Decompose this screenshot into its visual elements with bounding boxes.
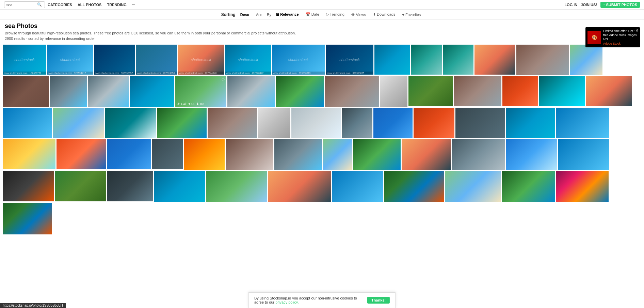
sort-views[interactable]: 👁 Views [349,12,368,17]
photo-item[interactable] [506,108,555,138]
photo-item[interactable] [206,171,267,202]
photo-item[interactable] [556,108,609,138]
search-input[interactable] [6,3,37,7]
photo-item[interactable]: www.shutterstock.com · 487374958 [136,45,177,75]
photo-item[interactable] [130,76,174,107]
photo-item[interactable]: shutterstockwww.shutterstock.com · 37051… [326,45,373,75]
photo-item[interactable] [274,139,322,170]
photo-item[interactable]: ♡👁 1.4k♥ 15⬇ 80 [175,76,226,107]
photo-item[interactable]: shutterstockwww.shutterstock.com · 77764… [178,45,224,75]
page-description: Browse through beautiful high-resolution… [5,31,639,35]
photo-item[interactable] [3,76,49,107]
photo-item[interactable] [556,171,609,202]
photo-item[interactable] [53,108,104,138]
photo-item[interactable] [208,108,257,138]
sort-trending[interactable]: ▷ Trending [324,12,347,17]
header: 🔍 CATEGORIES ALL PHOTOS TRENDING ··· LOG… [0,0,644,10]
photo-item[interactable] [107,171,153,201]
photo-item[interactable] [506,139,557,170]
page-info: sea Photos Browse through beautiful high… [0,20,644,43]
sort-asc[interactable]: Asc [254,12,264,17]
photo-item[interactable] [184,139,225,170]
sort-desc[interactable]: Desc [238,12,251,17]
photo-item[interactable] [539,76,585,106]
photo-item[interactable] [3,108,52,138]
nav-trending[interactable]: TRENDING [107,3,126,7]
photo-item[interactable] [55,171,106,201]
nav-categories[interactable]: CATEGORIES [48,3,72,7]
photo-item[interactable] [474,45,515,75]
photo-item[interactable] [227,76,275,107]
photo-item[interactable] [353,139,401,170]
photo-item[interactable]: shutterstockwww.shutterstock.com · 10263… [3,45,46,75]
photo-item[interactable] [374,45,410,75]
photo-item[interactable] [586,76,632,106]
ad-cta[interactable]: Adobe Stock [603,42,638,45]
results-count: 2900 results · sorted by relevance in de… [5,36,639,41]
photo-item[interactable]: www.shutterstock.com · 387330657 [94,45,135,75]
photo-item[interactable] [105,108,156,138]
photo-item[interactable] [276,76,324,107]
header-left: 🔍 CATEGORIES ALL PHOTOS TRENDING ··· [4,1,135,8]
photo-item[interactable] [384,171,444,202]
nav-all-photos[interactable]: ALL PHOTOS [78,3,102,7]
photo-item[interactable] [373,108,413,138]
photo-item[interactable] [50,76,87,107]
photo-item[interactable] [445,171,501,202]
photo-item[interactable] [226,139,273,170]
photo-item[interactable] [452,139,505,170]
photo-item[interactable] [152,139,183,169]
photo-item[interactable] [291,108,341,138]
photo-item[interactable] [443,45,473,75]
sort-date[interactable]: 📅 Date [304,12,321,17]
sort-relevance[interactable]: ⊟ Relevance [274,12,301,17]
photo-item[interactable] [414,108,454,138]
photo-item[interactable] [454,76,501,106]
sort-by-label: By [267,13,271,17]
photo-item[interactable] [57,139,106,169]
photo-item[interactable] [411,45,442,75]
sorting-label: Sorting [221,12,236,17]
nav-more[interactable]: ··· [132,3,135,7]
photo-item[interactable] [157,108,207,138]
photo-item[interactable] [516,45,569,75]
photo-grid: shutterstockwww.shutterstock.com · 10263… [0,43,644,236]
ad-thumbnail: 🎨 [587,31,601,44]
photo-item[interactable] [3,171,54,201]
photo-item[interactable] [380,76,407,107]
sort-downloads[interactable]: ⬇ Downloads [371,12,397,17]
ad-close-button[interactable]: ✕ [636,28,639,32]
photo-item[interactable] [268,171,331,202]
photo-item[interactable] [154,171,205,202]
photo-item[interactable] [455,108,505,138]
ad-text: Limited time offer: Get 10 free Adobe st… [603,29,638,45]
photo-item[interactable] [258,108,290,138]
photo-item[interactable] [88,76,129,107]
sort-favorites[interactable]: ♥ Favorites [400,12,423,17]
photo-item[interactable] [3,139,55,169]
page-title: sea Photos [5,22,639,30]
photo-item[interactable] [332,171,383,202]
photo-item[interactable] [558,139,609,170]
photo-item[interactable] [402,139,451,170]
search-container[interactable]: 🔍 [4,1,45,8]
photo-item[interactable] [3,203,52,234]
photo-item[interactable] [502,76,538,106]
submit-photos-button[interactable]: ↑ SUBMIT PHOTOS [600,2,640,8]
photo-item[interactable] [107,139,151,169]
photo-item[interactable] [502,171,555,202]
join-button[interactable]: JOIN US! [581,3,597,7]
photo-item[interactable] [325,76,379,107]
sorting-bar: Sorting Desc Asc By ⊟ Relevance 📅 Date ▷… [0,10,644,20]
photo-item[interactable]: shutterstockwww.shutterstock.com · 40277… [225,45,271,75]
photo-item[interactable]: shutterstockwww.shutterstock.com · 58329… [272,45,325,75]
photo-item[interactable]: shutterstockwww.shutterstock.com · 32359… [47,45,93,75]
search-button[interactable]: 🔍 [37,2,42,7]
nav-links: CATEGORIES ALL PHOTOS TRENDING ··· [48,3,135,7]
photo-item[interactable] [342,108,372,138]
photo-item[interactable] [570,45,602,75]
header-right: LOG IN JOIN US! ↑ SUBMIT PHOTOS [564,2,640,8]
photo-item[interactable] [323,139,352,170]
photo-item[interactable] [408,76,453,106]
login-button[interactable]: LOG IN [564,3,577,7]
